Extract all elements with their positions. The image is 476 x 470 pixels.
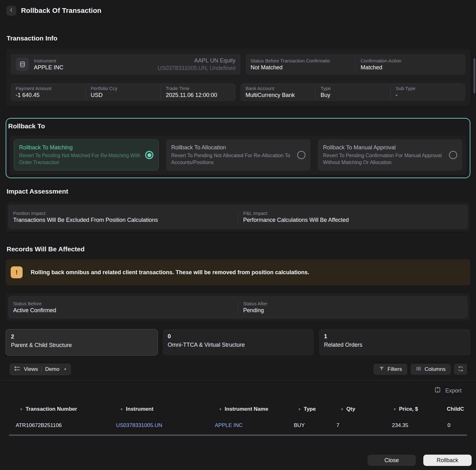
cell-instrument-link[interactable]: US0378331005.UN: [115, 422, 214, 429]
status-panel: Status Before Active Confirmed Status Af…: [6, 293, 470, 321]
status-before-confirmation-value: Not Matched: [251, 64, 350, 71]
tab-label: Parent & Child Structure: [11, 342, 152, 349]
filters-label: Filters: [388, 366, 402, 372]
export-label: Export: [445, 387, 462, 394]
sub-type-value: -: [396, 92, 460, 99]
transaction-info-heading: Transaction Info: [7, 35, 470, 42]
refresh-button[interactable]: [454, 364, 467, 375]
transaction-info-panel: Instrument APPLE INC AAPL UN Equity US03…: [6, 49, 470, 106]
filters-button[interactable]: Filters: [373, 364, 407, 375]
bank-account-value: MultiCurrency Bank: [246, 92, 310, 99]
status-after-label: Status After: [243, 301, 463, 306]
column-header-label: Instrument: [126, 406, 154, 412]
warning-text: Rolling back omnibus and related client …: [31, 269, 309, 276]
horizontal-scrollbar[interactable]: [9, 435, 467, 436]
tab-related-orders[interactable]: 1 Related Orders: [319, 329, 470, 355]
column-header-label: Instrument Name: [225, 406, 268, 412]
type-value: Buy: [320, 92, 385, 99]
payment-card: Payment Amount -1 640.45 Portfolio Ccy U…: [11, 83, 235, 101]
rollback-button[interactable]: Rollback: [423, 455, 472, 466]
status-before-label: Status Before: [13, 301, 233, 306]
portfolio-ccy-value: USD: [91, 92, 155, 99]
rollback-option-description: Revert To Pending Not Allocated For Re-A…: [171, 152, 293, 165]
radio-icon[interactable]: [297, 151, 305, 159]
pnl-impact-value: Performance Calculations Will Be Affecte…: [243, 217, 463, 223]
rollback-option-description: Revert To Pending Not Matched For Re-Mat…: [19, 152, 141, 165]
back-button[interactable]: [6, 6, 16, 16]
column-header-transaction-number[interactable]: ▾ Transaction Number: [15, 406, 115, 412]
column-header-instrument[interactable]: ▾ Instrument: [115, 406, 214, 412]
column-header-instrument-name[interactable]: ▾ Instrument Name: [214, 406, 293, 412]
columns-icon: [416, 366, 421, 373]
position-impact-value: Transactions Will Be Excluded From Posit…: [13, 217, 233, 223]
sort-caret-icon: ▾: [20, 407, 22, 411]
close-button[interactable]: Close: [368, 455, 416, 466]
records-heading: Records Will Be Affected: [7, 245, 470, 253]
column-header-price[interactable]: ▾ Price, $: [389, 406, 442, 412]
sort-caret-icon: ▾: [341, 407, 343, 411]
back-chevron-icon: [9, 8, 14, 14]
type-label: Type: [320, 86, 385, 91]
table-header-row: ▾ Transaction Number ▾ Instrument ▾ Inst…: [0, 404, 476, 414]
column-header-label: Qty: [346, 406, 355, 412]
columns-button[interactable]: Columns: [410, 364, 451, 375]
impact-panel: Position Impact Transactions Will Be Exc…: [6, 202, 470, 232]
tab-omni-ttca-virtual-structure[interactable]: 0 Omni-TTCA & Virtual Structure: [163, 329, 314, 355]
rollback-option-title: Rollback To Matching: [19, 144, 141, 151]
column-header-label: Price, $: [399, 406, 418, 412]
columns-label: Columns: [425, 366, 446, 372]
tab-count: 0: [168, 333, 309, 340]
status-before-confirmation-label: Status Before Transaction Confirmatio: [251, 58, 350, 63]
cell-instrument-name-link[interactable]: APPLE INC: [214, 422, 293, 429]
trade-time-value: 2025.11.06 12:00:00: [166, 92, 230, 99]
status-card: Status Before Active Confirmed Status Af…: [8, 296, 468, 318]
rollback-option-title: Rollback To Manual Approval: [323, 144, 445, 151]
sort-caret-icon: ▾: [121, 407, 123, 411]
portfolio-ccy-label: Portfolio Ccy: [91, 86, 155, 91]
footer-actions: Close Rollback: [368, 455, 472, 466]
export-icon: [434, 386, 441, 395]
rollback-option-matching[interactable]: Rollback To Matching Revert To Pending N…: [14, 139, 159, 171]
tab-count: 2: [11, 334, 152, 340]
tab-label: Omni-TTCA & Virtual Structure: [168, 342, 309, 348]
content: Transaction Info Instrument APPLE INC: [0, 35, 476, 436]
views-selector[interactable]: Views Demo ▼: [9, 363, 71, 375]
radio-icon[interactable]: [449, 151, 457, 159]
instrument-value: APPLE INC: [34, 64, 63, 71]
table-toolbar: Views Demo ▼ Filters Columns: [6, 363, 470, 375]
records-table: Export ▾ Transaction Number ▾ Instrument…: [0, 380, 476, 436]
instrument-isin: US0378331005.UN, Undefined: [158, 65, 235, 72]
page-title: Rollback Of Transaction: [21, 7, 101, 15]
sort-caret-icon: ▾: [299, 407, 300, 411]
cell-transaction-number: ATR10672B251106: [15, 422, 115, 429]
position-impact-label: Position Impact: [13, 211, 233, 216]
pnl-impact-label: P&L Impact: [243, 211, 463, 216]
bank-account-label: Bank Account: [246, 86, 310, 91]
column-header-qty[interactable]: ▾ Qty: [336, 406, 389, 412]
cell-price: 234.35: [389, 422, 442, 429]
tab-parent-child-structure[interactable]: 2 Parent & Child Structure: [6, 329, 158, 355]
vertical-scrollbar[interactable]: [473, 58, 475, 93]
rollback-option-manual-approval[interactable]: Rollback To Manual Approval Revert To Pe…: [318, 139, 462, 171]
chevron-down-icon: ▼: [64, 368, 66, 371]
export-button[interactable]: Export: [0, 381, 476, 395]
column-header-type[interactable]: ▾ Type: [293, 406, 336, 412]
rollback-option-title: Rollback To Allocation: [171, 144, 293, 151]
status-before-value: Active Confirmed: [13, 307, 233, 314]
column-header-child-count[interactable]: ChildC: [442, 406, 476, 412]
radio-icon[interactable]: [145, 151, 153, 159]
rollback-options-panel: Rollback To Matching Revert To Pending N…: [9, 136, 467, 174]
divider: [41, 366, 42, 372]
confirmation-action-label: Confirmation Action: [361, 58, 460, 63]
table-row[interactable]: ATR10672B251106 US0378331005.UN APPLE IN…: [0, 419, 476, 431]
sort-caret-icon: ▾: [394, 407, 396, 411]
rollback-option-description: Revert To Pending Confirmation For Manua…: [323, 152, 445, 165]
payment-amount-label: Payment Amount: [16, 86, 80, 91]
refresh-icon: [457, 366, 464, 373]
instrument-label: Instrument: [34, 58, 63, 63]
structure-tabs: 2 Parent & Child Structure 0 Omni-TTCA &…: [6, 329, 470, 355]
views-value: Demo: [45, 366, 59, 372]
instrument-coins-icon: [16, 58, 29, 71]
rollback-option-allocation[interactable]: Rollback To Allocation Revert To Pending…: [166, 139, 310, 171]
trade-time-label: Trade Time: [166, 86, 230, 91]
